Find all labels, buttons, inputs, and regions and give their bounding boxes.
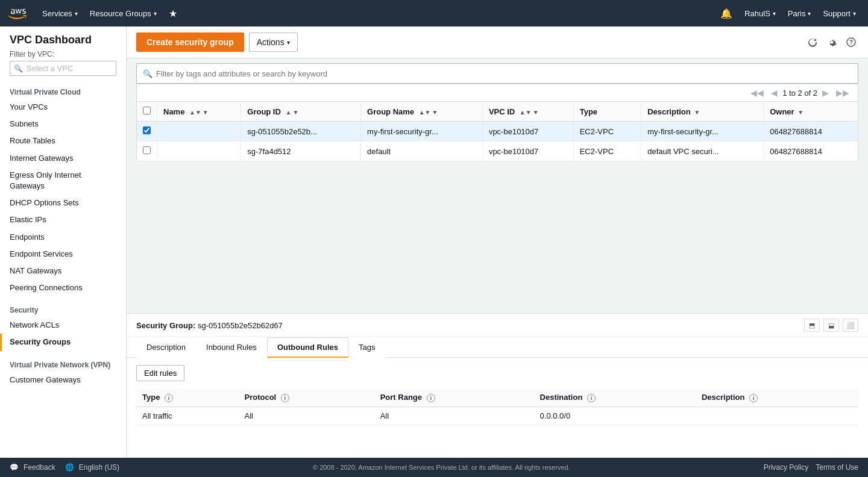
- starred-nav[interactable]: ★: [164, 5, 182, 22]
- table-row[interactable]: sg-7fa4d512defaultvpc-be1010d7EC2-VPCdef…: [137, 142, 858, 161]
- main-layout: VPC Dashboard Filter by VPC: 🔍 Select a …: [0, 26, 868, 458]
- sidebar-item-security-groups[interactable]: Security Groups: [0, 334, 126, 351]
- cell-name: [157, 122, 241, 142]
- create-security-group-button[interactable]: Create security group: [136, 33, 244, 52]
- actions-label: Actions: [257, 37, 285, 47]
- row-checkbox-1[interactable]: [143, 146, 151, 154]
- panel-fullscreen-button[interactable]: ⬜: [843, 319, 858, 332]
- user-menu[interactable]: RahulS ▾: [740, 7, 781, 20]
- filter-label: Filter by VPC:: [10, 50, 116, 58]
- footer-left: 💬 Feedback 🌐 English (US): [10, 463, 119, 472]
- next-page-button[interactable]: ▶: [820, 87, 831, 99]
- port-range-col-header: Port Range i: [374, 388, 534, 407]
- search-icon: 🔍: [14, 64, 23, 73]
- sidebar-item-elastic-ips[interactable]: Elastic IPs: [0, 211, 126, 228]
- prev-page-button[interactable]: ◀: [769, 87, 780, 99]
- tab-outbound-rules[interactable]: Outbound Rules: [267, 337, 348, 358]
- protocol-col-header: Protocol i: [238, 388, 374, 407]
- sidebar-item-subnets[interactable]: Subnets: [0, 116, 126, 132]
- tab-tags[interactable]: Tags: [348, 337, 385, 358]
- rules-table: Type i Protocol i Port Range i Destinati…: [136, 388, 858, 425]
- user-label: RahulS: [744, 9, 770, 18]
- services-nav[interactable]: Services ▾: [37, 7, 83, 20]
- support-chevron: ▾: [853, 10, 856, 17]
- user-chevron: ▾: [773, 10, 776, 17]
- search-bar[interactable]: 🔍: [136, 63, 858, 84]
- language-label[interactable]: English (US): [79, 463, 119, 472]
- sidebar-header: VPC Dashboard Filter by VPC: 🔍 Select a …: [0, 26, 126, 78]
- toolbar: Create security group Actions ▾ ?: [127, 26, 868, 58]
- table-row[interactable]: sg-051055b2e52b...my-first-security-gr..…: [137, 122, 858, 142]
- sidebar-item-customer-gateways[interactable]: Customer Gateways: [0, 372, 126, 388]
- resource-groups-nav[interactable]: Resource Groups ▾: [85, 7, 162, 20]
- sidebar-item-internet-gateways[interactable]: Internet Gateways: [0, 150, 126, 167]
- cell-group_name: default: [361, 142, 483, 161]
- sidebar-item-network-acls[interactable]: Network ACLs: [0, 317, 126, 334]
- panel-expand-button[interactable]: ⬒: [804, 319, 820, 332]
- select-all-checkbox[interactable]: [143, 107, 151, 114]
- rule-cell-port_range: All: [374, 407, 534, 425]
- rule-row: All trafficAllAll0.0.0.0/0: [136, 407, 858, 425]
- tab-description[interactable]: Description: [136, 337, 196, 358]
- feedback-icon: 💬: [10, 463, 19, 472]
- description-col-header: Description i: [696, 388, 858, 407]
- region-menu[interactable]: Paris ▾: [783, 7, 816, 20]
- tab-inbound-rules[interactable]: Inbound Rules: [196, 337, 267, 358]
- cell-vpc_id: vpc-be1010d7: [482, 142, 573, 161]
- sidebar-item-egress-gateways[interactable]: Egress Only Internet Gateways: [0, 167, 126, 195]
- description-column-header: Description ▼: [641, 102, 764, 122]
- cell-owner: 064827688814: [764, 122, 858, 142]
- resource-groups-label: Resource Groups: [90, 9, 151, 18]
- detail-panel-title: Security Group: sg-051055b2e52b62d67: [136, 321, 283, 330]
- support-menu[interactable]: Support ▾: [818, 7, 861, 20]
- detail-content: Edit rules Type i Protocol i Port Range …: [127, 358, 868, 432]
- table-header: Name ▲▼▼ Group ID ▲▼ Group Name ▲▼▼ VPC …: [137, 102, 858, 122]
- sidebar-item-route-tables[interactable]: Route Tables: [0, 132, 126, 149]
- sidebar-section-title: Security: [0, 296, 126, 317]
- services-chevron: ▾: [75, 10, 78, 17]
- table-body: sg-051055b2e52b...my-first-security-gr..…: [137, 122, 858, 161]
- last-page-button[interactable]: ▶▶: [834, 87, 852, 99]
- panel-split-button[interactable]: ⬓: [823, 319, 839, 332]
- refresh-button[interactable]: [805, 35, 820, 49]
- sidebar-item-nat-gateways[interactable]: NAT Gateways: [0, 263, 126, 279]
- help-button[interactable]: ?: [844, 35, 858, 49]
- feedback-label[interactable]: Feedback: [24, 463, 55, 472]
- cell-group_id: sg-051055b2e52b...: [241, 122, 361, 142]
- sidebar-item-endpoint-services[interactable]: Endpoint Services: [0, 246, 126, 263]
- detail-label: Security Group:: [136, 321, 195, 330]
- owner-column-header: Owner ▼: [764, 102, 858, 122]
- settings-button[interactable]: [825, 35, 839, 49]
- row-checkbox-0[interactable]: [143, 126, 151, 134]
- sidebar-item-your-vpcs[interactable]: Your VPCs: [0, 99, 126, 116]
- detail-panel-header: Security Group: sg-051055b2e52b62d67 ⬒ ⬓…: [127, 314, 868, 337]
- top-navigation: Services ▾ Resource Groups ▾ ★ 🔔 RahulS …: [0, 0, 868, 26]
- name-column-header: Name ▲▼▼: [157, 102, 241, 122]
- detail-tabs: DescriptionInbound RulesOutbound RulesTa…: [127, 337, 868, 358]
- support-label: Support: [823, 9, 851, 18]
- vpc-filter[interactable]: 🔍 Select a VPC: [10, 61, 116, 76]
- aws-logo: [7, 6, 30, 20]
- cell-group_id: sg-7fa4d512: [241, 142, 361, 161]
- rule-cell-protocol: All: [238, 407, 374, 425]
- detail-panel-icons: ⬒ ⬓ ⬜: [804, 319, 858, 332]
- sidebar-item-dhcp-options[interactable]: DHCP Options Sets: [0, 195, 126, 211]
- region-chevron: ▾: [808, 10, 811, 17]
- destination-col-header: Destination i: [534, 388, 696, 407]
- sidebar-item-endpoints[interactable]: Endpoints: [0, 229, 126, 246]
- bell-icon[interactable]: 🔔: [715, 5, 737, 22]
- cell-name: [157, 142, 241, 161]
- security-groups-table: Name ▲▼▼ Group ID ▲▼ Group Name ▲▼▼ VPC …: [136, 101, 858, 161]
- services-label: Services: [42, 9, 72, 18]
- privacy-policy-link[interactable]: Privacy Policy: [764, 463, 809, 472]
- sidebar-item-peering-connections[interactable]: Peering Connections: [0, 279, 126, 296]
- edit-rules-button[interactable]: Edit rules: [136, 365, 184, 381]
- vpc-placeholder: Select a VPC: [27, 64, 73, 73]
- cell-owner: 064827688814: [764, 142, 858, 161]
- search-input[interactable]: [156, 69, 852, 78]
- sidebar-section-title: Virtual Private Network (VPN): [0, 351, 126, 372]
- type-column-header: Type: [573, 102, 641, 122]
- first-page-button[interactable]: ◀◀: [748, 87, 766, 99]
- terms-of-use-link[interactable]: Terms of Use: [816, 463, 858, 472]
- actions-button[interactable]: Actions ▾: [249, 33, 298, 52]
